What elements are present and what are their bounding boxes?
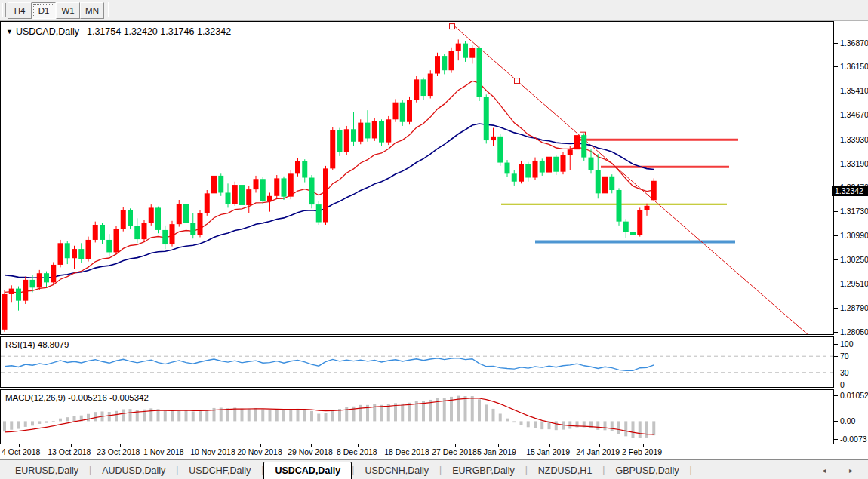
tab-scroll-arrows[interactable]: ◂ ▸ <box>822 466 863 474</box>
chart-tab-eurusd[interactable]: EURUSD,Daily <box>5 462 89 479</box>
candle-down <box>630 225 636 237</box>
trendline-handle-1[interactable] <box>450 24 455 29</box>
macd-histogram-bar <box>122 410 125 422</box>
candle-up <box>533 158 538 180</box>
candle-down <box>497 134 503 166</box>
macd-histogram-bar <box>652 421 655 435</box>
price-axis: 1.368701.361501.354101.346701.339301.331… <box>834 21 868 335</box>
macd-axis-label-tick <box>834 395 838 396</box>
candle-down <box>260 177 266 204</box>
chart-tab-usdchf[interactable]: USDCHF,Daily <box>178 462 261 479</box>
candle-down <box>162 226 168 249</box>
price-tick-mark <box>834 259 838 260</box>
timeframe-button-h4[interactable]: H4 <box>8 2 32 19</box>
candle-up <box>393 99 399 121</box>
descending-trendline[interactable] <box>454 26 814 334</box>
candle-down <box>316 201 322 225</box>
candlestick-chart-canvas[interactable] <box>1 22 833 334</box>
price-tick-mark <box>834 140 838 140</box>
macd-histogram-bar <box>3 421 6 431</box>
macd-histogram-bar <box>52 421 55 422</box>
price-tick-label: 1.28050 <box>840 327 868 336</box>
candle-up <box>546 153 552 175</box>
candle-up <box>170 221 175 247</box>
chart-tab-eurgbp[interactable]: EURGBP,Daily <box>442 462 525 479</box>
candle-down <box>505 160 510 177</box>
candle-up <box>142 220 147 242</box>
macd-histogram-bar <box>617 421 620 434</box>
macd-axis-label-tick <box>834 439 838 440</box>
candle-up <box>37 270 42 290</box>
candle-down <box>128 208 133 229</box>
candle-down <box>525 162 531 182</box>
macd-histogram-bar <box>639 421 642 438</box>
candle-up <box>456 39 461 60</box>
macd-label: MACD(12,26,9) -0.005216 -0.005342 <box>5 393 149 402</box>
macd-histogram-bar <box>645 421 648 438</box>
candle-down <box>484 94 489 143</box>
timeframe-button-w1[interactable]: W1 <box>56 2 80 19</box>
main-chart-panel[interactable]: ▼USDCAD,Daily1.31754 1.32420 1.31746 1.3… <box>0 21 834 335</box>
candle-up <box>602 173 608 195</box>
macd-histogram-bar <box>108 412 111 421</box>
candle-up <box>561 152 566 175</box>
macd-histogram-bar <box>492 409 495 421</box>
macd-indicator-panel[interactable]: MACD(12,26,9) -0.005216 -0.005342 <box>0 389 834 444</box>
trendline-handle-2[interactable] <box>515 78 520 84</box>
candle-up <box>2 290 8 332</box>
macd-histogram-bar <box>226 408 229 421</box>
candle-down <box>282 177 287 200</box>
macd-histogram-bar <box>233 408 236 422</box>
chart-tab-gbpusd[interactable]: GBPUSD,Daily <box>605 462 689 479</box>
candle-up <box>637 207 642 236</box>
macd-histogram-bar <box>471 396 474 421</box>
rsi-chart-canvas[interactable] <box>1 337 833 387</box>
candle-up <box>232 182 238 206</box>
candle-up <box>58 240 63 267</box>
rsi-axis-label-tick <box>834 373 838 373</box>
candle-down <box>477 47 482 101</box>
macd-histogram-bar <box>94 412 97 421</box>
candle-up <box>295 158 300 176</box>
macd-axis-label-tick <box>834 421 838 422</box>
timeframe-button-d1[interactable]: D1 <box>32 2 56 19</box>
candle-down <box>623 219 629 238</box>
candle-up <box>568 146 573 170</box>
timeframe-button-mn[interactable]: MN <box>80 2 104 19</box>
candle-up <box>372 118 377 141</box>
candle-down <box>309 175 315 208</box>
macd-histogram-bar <box>66 417 69 421</box>
candle-up <box>93 222 98 243</box>
date-tick-mark <box>455 444 456 447</box>
candle-up <box>323 166 328 225</box>
macd-histogram-bar <box>73 416 76 421</box>
tab-separator: | <box>690 465 692 479</box>
toolbar-grip-icon[interactable] <box>2 3 6 17</box>
macd-histogram-bar <box>248 409 251 422</box>
price-tick-mark <box>834 211 838 212</box>
macd-histogram-bar <box>527 421 530 427</box>
symbol-dropdown-icon[interactable]: ▼ <box>6 28 13 35</box>
candle-up <box>121 207 126 232</box>
macd-histogram-bar <box>241 409 244 422</box>
macd-histogram-bar <box>401 404 404 422</box>
date-tick-label: 18 Dec 2018 <box>384 447 429 456</box>
date-tick-label: 5 Jan 2019 <box>477 447 516 456</box>
candle-up <box>198 210 203 237</box>
rsi-indicator-panel[interactable]: RSI(14) 48.8079 <box>0 336 834 388</box>
chart-tab-usdcad[interactable]: USDCAD,Daily <box>263 462 352 479</box>
macd-histogram-bar <box>408 403 411 422</box>
macd-histogram-bar <box>31 421 34 425</box>
price-tick-mark <box>834 66 838 67</box>
macd-histogram-bar <box>149 408 152 421</box>
candle-up <box>574 132 580 158</box>
chart-tab-nzdusd[interactable]: NZDUSD,H1 <box>528 462 603 479</box>
candle-up <box>330 127 335 170</box>
candle-down <box>100 223 105 244</box>
candle-down <box>365 110 371 142</box>
date-tick-mark <box>599 444 600 447</box>
chart-tab-usdcnh[interactable]: USDCNH,Daily <box>354 462 439 479</box>
candle-up <box>386 116 391 145</box>
candle-down <box>239 183 245 209</box>
chart-tab-audusd[interactable]: AUDUSD,Daily <box>91 462 176 479</box>
